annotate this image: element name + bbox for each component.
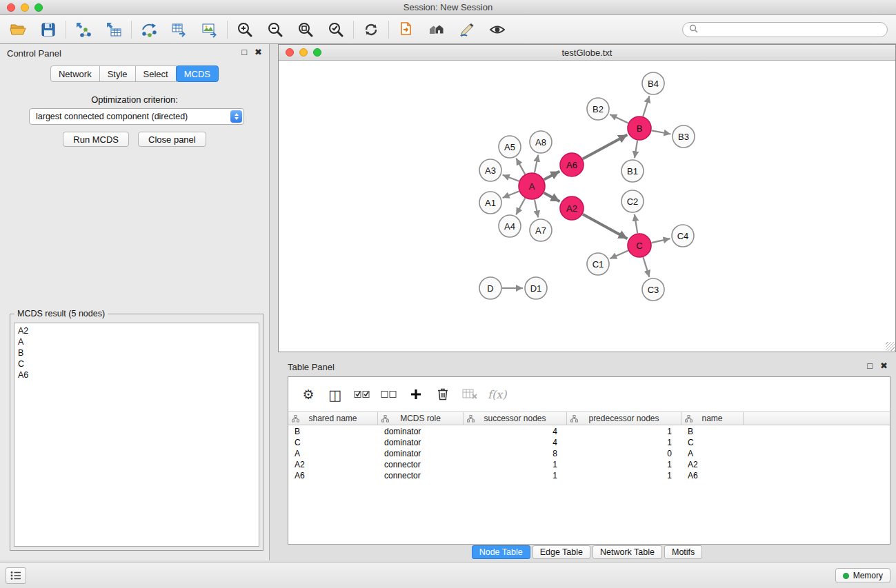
- edge-B-B3[interactable]: [652, 130, 671, 134]
- edge-B-B2[interactable]: [610, 114, 628, 123]
- cell-name[interactable]: A2: [681, 460, 744, 469]
- column-header-mcds-role[interactable]: MCDS role: [378, 412, 464, 425]
- node-B2[interactable]: [587, 98, 609, 120]
- edge-A-A1[interactable]: [503, 191, 519, 198]
- cell-name[interactable]: A: [681, 449, 744, 458]
- delete-table-icon[interactable]: [461, 385, 479, 404]
- cell-shared-name[interactable]: C: [288, 438, 378, 447]
- close-panel-button[interactable]: Close panel: [138, 132, 206, 147]
- result-item[interactable]: A2: [18, 325, 255, 336]
- network-canvas[interactable]: AA6A2BCA1A3A4A5A7A8B1B2B3B4C1C2C3C4DD1: [279, 61, 895, 352]
- close-panel-icon[interactable]: ✖: [880, 361, 888, 371]
- cell-successor-nodes[interactable]: 4: [464, 438, 567, 447]
- import-table-icon[interactable]: [104, 20, 123, 39]
- zoom-out-icon[interactable]: [266, 20, 285, 39]
- column-header-name[interactable]: name: [681, 412, 744, 425]
- node-C[interactable]: [628, 234, 651, 257]
- float-panel-icon[interactable]: □: [241, 47, 247, 57]
- search-box[interactable]: [682, 22, 888, 37]
- result-item[interactable]: A: [18, 336, 255, 347]
- cell-name[interactable]: C: [681, 438, 744, 447]
- cell-predecessor-nodes[interactable]: 0: [567, 449, 681, 458]
- edge-A-A3[interactable]: [503, 175, 519, 181]
- cell-shared-name[interactable]: B: [288, 427, 378, 436]
- select-all-rows-icon[interactable]: [353, 385, 371, 404]
- cell-predecessor-nodes[interactable]: 1: [567, 427, 681, 436]
- zoom-fit-icon[interactable]: [296, 20, 315, 39]
- node-B1[interactable]: [621, 160, 644, 182]
- node-C1[interactable]: [587, 253, 609, 275]
- result-item[interactable]: B: [18, 347, 255, 358]
- edge-B-B1[interactable]: [635, 141, 637, 158]
- node-A4[interactable]: [499, 215, 521, 237]
- node-D[interactable]: [479, 277, 501, 299]
- tab-network[interactable]: Network: [50, 65, 100, 82]
- cell-mcds-role[interactable]: dominator: [378, 427, 464, 436]
- node-B3[interactable]: [673, 125, 695, 148]
- export-table-icon[interactable]: [170, 20, 189, 39]
- cell-successor-nodes[interactable]: 1: [464, 460, 567, 469]
- function-builder-icon[interactable]: f(x): [488, 385, 506, 404]
- node-A3[interactable]: [479, 159, 501, 181]
- zoom-in-icon[interactable]: [235, 20, 255, 39]
- node-D1[interactable]: [525, 277, 547, 299]
- export-image-icon[interactable]: [200, 20, 219, 39]
- search-input[interactable]: [702, 24, 881, 35]
- edge-C-C4[interactable]: [652, 239, 670, 243]
- edge-A2-C[interactable]: [583, 214, 628, 239]
- close-panel-icon[interactable]: ✖: [255, 47, 262, 57]
- refresh-icon[interactable]: [361, 20, 381, 39]
- criterion-dropdown[interactable]: largest connected component (directed): [29, 108, 244, 125]
- export-network-icon[interactable]: [139, 20, 159, 39]
- delete-column-icon[interactable]: [434, 385, 452, 404]
- cell-predecessor-nodes[interactable]: 1: [567, 471, 681, 480]
- node-A8[interactable]: [530, 131, 552, 153]
- node-A1[interactable]: [479, 192, 501, 214]
- table-row[interactable]: A2connector11A2: [288, 459, 890, 470]
- edge-A-A6[interactable]: [544, 171, 560, 179]
- open-folder-icon[interactable]: [8, 20, 28, 39]
- edge-B-B4[interactable]: [643, 96, 649, 116]
- edge-A-A7[interactable]: [535, 200, 538, 218]
- table-tab-node-table[interactable]: Node Table: [472, 545, 530, 559]
- edge-C-C3[interactable]: [643, 257, 649, 277]
- table-row[interactable]: Cdominator41C: [288, 437, 890, 448]
- tab-style[interactable]: Style: [99, 65, 136, 82]
- tab-select[interactable]: Select: [135, 65, 177, 82]
- cell-mcds-role[interactable]: connector: [378, 460, 464, 469]
- style-pen-icon[interactable]: [457, 20, 477, 39]
- float-panel-icon[interactable]: □: [867, 361, 873, 371]
- node-B4[interactable]: [642, 72, 664, 94]
- show-hide-icon[interactable]: [488, 20, 507, 39]
- edge-C-C2[interactable]: [635, 214, 637, 233]
- task-history-button[interactable]: [6, 567, 26, 584]
- cell-predecessor-nodes[interactable]: 1: [567, 438, 681, 447]
- cell-name[interactable]: A6: [681, 471, 744, 480]
- edge-A-A4[interactable]: [516, 199, 525, 215]
- cell-mcds-role[interactable]: connector: [378, 471, 464, 480]
- show-columns-icon[interactable]: ◫: [326, 385, 344, 404]
- column-header-successor-nodes[interactable]: successor nodes: [464, 412, 567, 425]
- cell-predecessor-nodes[interactable]: 1: [567, 460, 681, 469]
- node-C2[interactable]: [621, 190, 644, 212]
- node-A7[interactable]: [530, 219, 552, 241]
- cell-successor-nodes[interactable]: 8: [464, 449, 567, 458]
- cell-successor-nodes[interactable]: 4: [464, 427, 567, 436]
- node-A6[interactable]: [560, 153, 584, 176]
- cell-shared-name[interactable]: A6: [288, 471, 378, 480]
- node-A2[interactable]: [560, 196, 584, 220]
- edge-A-A5[interactable]: [516, 159, 525, 174]
- deselect-all-rows-icon[interactable]: [380, 385, 398, 404]
- cell-mcds-role[interactable]: dominator: [378, 438, 464, 447]
- run-mcds-button[interactable]: Run MCDS: [63, 132, 129, 147]
- result-item[interactable]: C: [18, 358, 255, 369]
- table-tab-edge-table[interactable]: Edge Table: [532, 545, 590, 559]
- node-A[interactable]: [519, 173, 545, 199]
- cell-name[interactable]: B: [681, 427, 744, 436]
- node-B[interactable]: [628, 116, 651, 140]
- table-tab-motifs[interactable]: Motifs: [664, 545, 702, 559]
- tab-mcds[interactable]: MCDS: [176, 65, 219, 82]
- import-network-icon[interactable]: [74, 20, 93, 39]
- table-row[interactable]: Adominator80A: [288, 448, 890, 459]
- result-item[interactable]: A6: [18, 369, 255, 381]
